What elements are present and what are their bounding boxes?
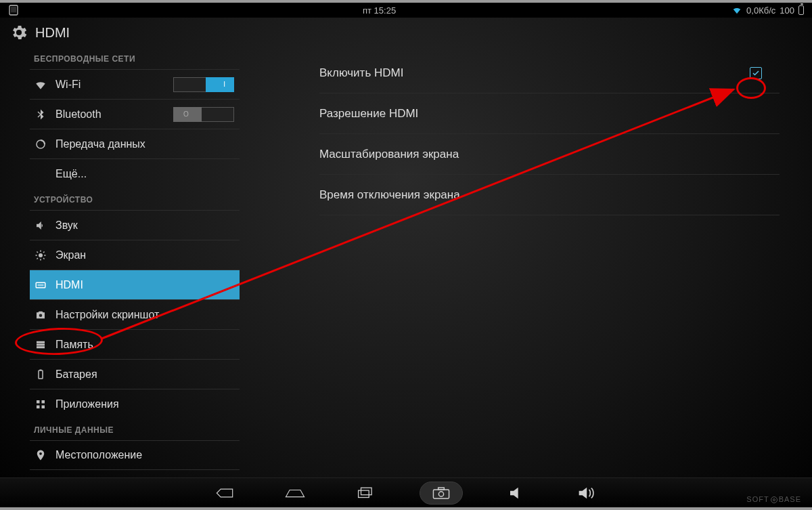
svg-rect-12 <box>37 400 40 404</box>
data-usage-icon <box>34 137 47 151</box>
nav-screenshot-button[interactable] <box>420 482 463 505</box>
section-header-wireless: БЕСПРОВОДНЫЕ СЕТИ <box>30 47 240 69</box>
svg-rect-16 <box>359 490 369 497</box>
sidebar-item-label: Экран <box>55 249 86 261</box>
svg-rect-13 <box>42 400 45 404</box>
row-screen-scale[interactable]: Масштабирования экрана <box>319 134 780 175</box>
gear-icon <box>9 23 28 42</box>
sidebar-item-label: Настройки скриншот <box>55 309 159 321</box>
sidebar-item-label: Wi-Fi <box>55 79 81 91</box>
svg-rect-9 <box>37 346 45 348</box>
body: БЕСПРОВОДНЫЕ СЕТИ Wi-Fi I Bluetooth O Пе… <box>0 47 812 477</box>
sidebar-item-bluetooth[interactable]: Bluetooth O <box>30 99 240 129</box>
row-hdmi-resolution[interactable]: Разрешение HDMI <box>319 93 780 134</box>
location-icon <box>34 448 47 462</box>
sidebar-item-label: Передача данных <box>55 138 145 150</box>
sidebar-item-battery[interactable]: Батарея <box>30 359 240 389</box>
sidebar-item-display[interactable]: Экран <box>30 240 240 270</box>
sound-icon <box>34 219 47 232</box>
page-title: HDMI <box>35 25 70 41</box>
svg-rect-8 <box>37 343 45 345</box>
status-bar: пт 15:25 0,0Кб/с 100 <box>0 3 812 18</box>
svg-rect-20 <box>438 488 445 490</box>
sidebar-item-label: Bluetooth <box>55 108 102 121</box>
svg-rect-5 <box>38 284 44 286</box>
sidebar-item-label: Память <box>55 339 93 351</box>
svg-point-19 <box>438 491 443 496</box>
brightness-icon <box>34 249 47 262</box>
check-icon <box>752 69 760 77</box>
content-pane: Включить HDMI Разрешение HDMI Масштабиро… <box>240 47 812 477</box>
battery-icon <box>34 368 47 381</box>
wifi-toggle[interactable]: I <box>173 77 234 92</box>
status-battery-pct: 100 <box>780 5 794 16</box>
sidebar-item-label: Приложения <box>55 398 119 410</box>
sidebar-item-screenshot[interactable]: Настройки скриншот <box>30 299 240 329</box>
section-header-personal: ЛИЧНЫЕ ДАННЫЕ <box>30 419 240 440</box>
sidebar-item-apps[interactable]: Приложения <box>30 389 240 419</box>
sidebar: БЕСПРОВОДНЫЕ СЕТИ Wi-Fi I Bluetooth O Пе… <box>0 47 240 477</box>
status-time: пт 15:25 <box>27 5 731 16</box>
storage-icon <box>34 338 47 352</box>
action-bar: HDMI <box>0 18 812 47</box>
svg-point-6 <box>39 314 43 317</box>
sidebar-item-location[interactable]: Местоположение <box>30 440 240 470</box>
svg-rect-18 <box>433 489 449 498</box>
sidebar-item-hdmi[interactable]: HDMI <box>30 270 240 299</box>
nav-volume-up-button[interactable] <box>571 482 604 504</box>
svg-rect-1 <box>11 7 16 13</box>
bluetooth-icon <box>34 108 47 121</box>
sidebar-item-wifi[interactable]: Wi-Fi I <box>30 69 240 99</box>
nav-recent-button[interactable] <box>349 482 382 504</box>
svg-rect-7 <box>37 341 45 343</box>
sidebar-item-sound[interactable]: Звук <box>30 210 240 240</box>
nav-back-button[interactable] <box>208 482 241 504</box>
checkbox-enable-hdmi[interactable] <box>750 67 762 79</box>
navigation-bar <box>0 477 812 507</box>
nav-volume-down-button[interactable] <box>501 482 533 504</box>
section-header-device: УСТРОЙСТВО <box>30 188 240 210</box>
wifi-icon <box>34 78 47 91</box>
svg-rect-11 <box>40 369 42 370</box>
hdmi-icon <box>34 278 47 292</box>
sidebar-item-label: Ещё... <box>55 168 87 180</box>
row-screen-off-time[interactable]: Время отключения экрана <box>319 175 780 215</box>
sidebar-item-label: HDMI <box>55 279 83 291</box>
row-label: Включить HDMI <box>319 66 750 80</box>
watermark: SOFTBASE <box>746 495 801 503</box>
apps-icon <box>34 398 47 411</box>
svg-rect-10 <box>39 370 43 379</box>
wifi-icon <box>731 5 742 15</box>
sidebar-item-storage[interactable]: Память <box>30 329 240 359</box>
sidebar-item-label: Батарея <box>55 368 97 381</box>
svg-point-3 <box>39 253 43 257</box>
row-enable-hdmi[interactable]: Включить HDMI <box>319 53 780 93</box>
sidebar-item-more[interactable]: Ещё... <box>30 158 240 188</box>
screen: пт 15:25 0,0Кб/с 100 HDMI БЕСПРОВОДНЫЕ С… <box>0 0 812 510</box>
sidebar-item-data-usage[interactable]: Передача данных <box>30 129 240 158</box>
svg-rect-17 <box>361 488 372 494</box>
bluetooth-toggle[interactable]: O <box>173 107 234 122</box>
row-label: Время отключения экрана <box>319 188 780 202</box>
status-net-speed: 0,0Кб/с <box>746 5 775 16</box>
row-label: Масштабирования экрана <box>319 148 780 161</box>
camera-icon <box>34 308 47 322</box>
svg-rect-14 <box>37 405 40 408</box>
svg-rect-15 <box>42 405 45 408</box>
tablet-icon <box>9 5 18 16</box>
sidebar-item-label: Местоположение <box>55 449 142 461</box>
battery-icon <box>798 5 804 15</box>
blank-icon <box>34 167 47 181</box>
sidebar-item-label: Звук <box>55 219 78 232</box>
row-label: Разрешение HDMI <box>319 107 780 121</box>
nav-home-button[interactable] <box>279 482 311 504</box>
